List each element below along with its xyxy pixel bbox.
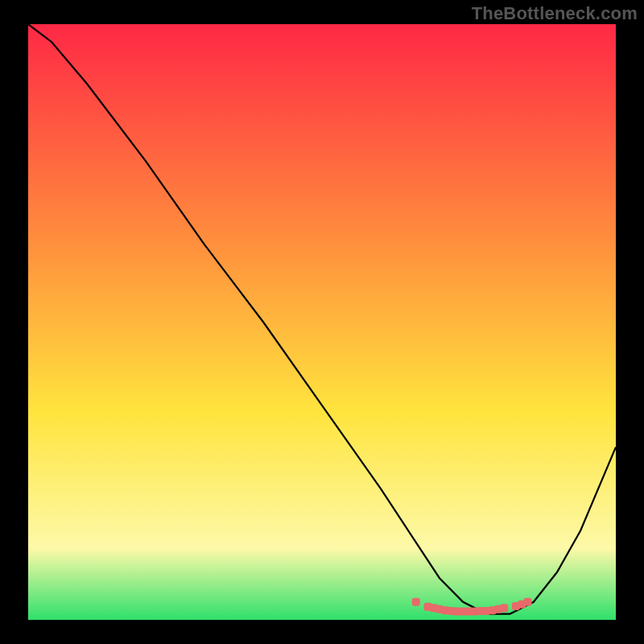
- marker-dot: [500, 604, 508, 612]
- watermark-text: TheBottleneck.com: [472, 3, 638, 24]
- plot-background: [28, 24, 616, 620]
- marker-dot: [412, 598, 420, 606]
- chart-wrap: TheBottleneck.com: [0, 0, 644, 644]
- marker-dot: [524, 598, 532, 606]
- bottleneck-chart: [28, 24, 616, 620]
